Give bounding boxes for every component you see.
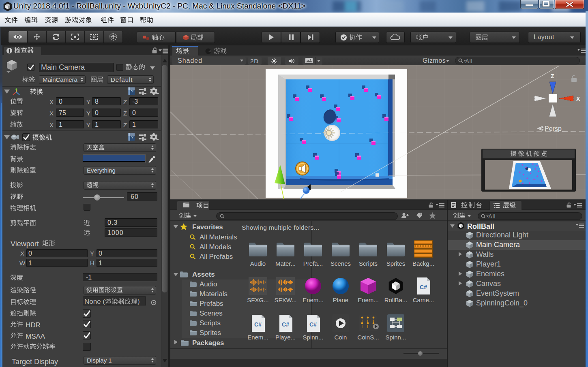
svg-text:Z: Z	[551, 73, 554, 79]
svg-text:Persp: Persp	[545, 125, 562, 132]
svg-text:C#: C#	[420, 284, 427, 290]
svg-text:?: ?	[131, 135, 133, 140]
svg-text:C#: C#	[309, 321, 317, 328]
svg-text:X: X	[576, 96, 580, 102]
svg-text:?: ?	[131, 89, 133, 94]
svg-text:C#: C#	[282, 321, 289, 328]
svg-text:C#: C#	[254, 321, 262, 328]
